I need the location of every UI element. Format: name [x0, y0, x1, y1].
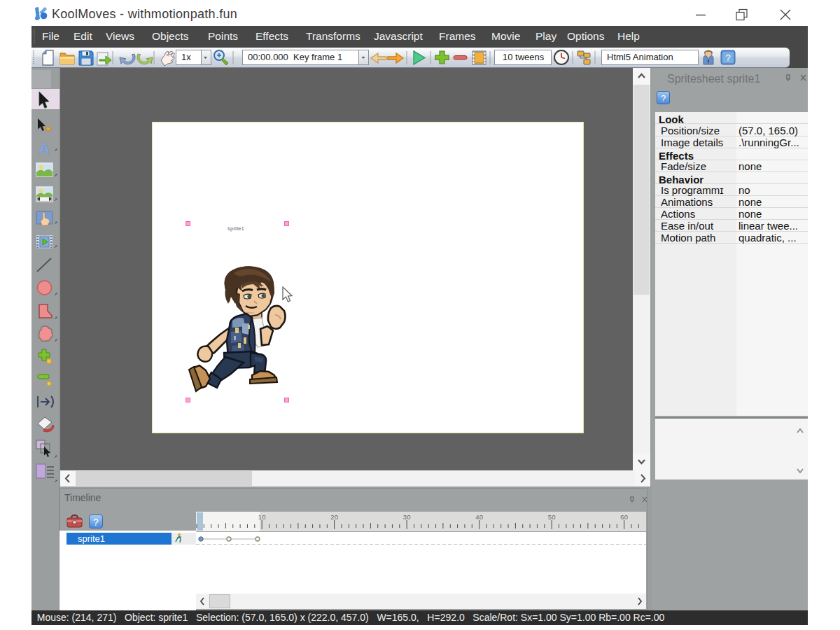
svg-text:?: ?	[725, 52, 730, 63]
svg-text:40: 40	[475, 513, 483, 521]
svg-text:50: 50	[548, 513, 556, 521]
svg-text:10: 10	[258, 513, 266, 521]
svg-text:60: 60	[620, 513, 628, 521]
svg-text:20: 20	[330, 513, 338, 521]
svg-text:A: A	[38, 140, 50, 158]
svg-text:30: 30	[403, 513, 411, 521]
